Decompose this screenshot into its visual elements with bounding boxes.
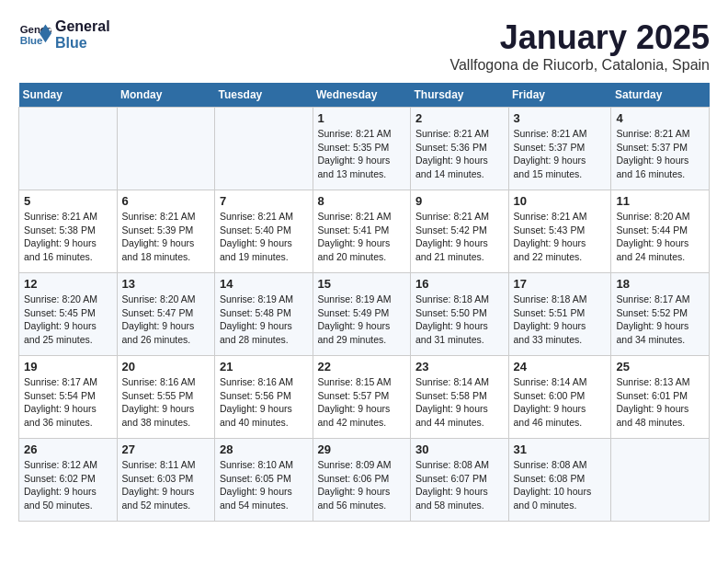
day-number: 29 <box>318 442 406 456</box>
calendar-cell <box>19 108 118 190</box>
day-number: 30 <box>415 442 504 456</box>
calendar-cell: 13Sunrise: 8:20 AM Sunset: 5:47 PM Dayli… <box>117 273 215 356</box>
day-number: 8 <box>318 194 406 208</box>
calendar-table: SundayMondayTuesdayWednesdayThursdayFrid… <box>18 83 710 522</box>
day-number: 3 <box>514 111 607 125</box>
calendar-cell: 8Sunrise: 8:21 AM Sunset: 5:41 PM Daylig… <box>313 190 411 273</box>
day-number: 25 <box>616 360 704 373</box>
weekday-header: Friday <box>508 83 611 108</box>
day-number: 5 <box>24 194 112 208</box>
day-info: Sunrise: 8:18 AM Sunset: 5:51 PM Dayligh… <box>514 293 607 347</box>
day-info: Sunrise: 8:08 AM Sunset: 6:08 PM Dayligh… <box>514 458 607 512</box>
day-number: 2 <box>415 111 504 125</box>
day-info: Sunrise: 8:21 AM Sunset: 5:39 PM Dayligh… <box>122 210 210 264</box>
day-number: 11 <box>616 194 704 208</box>
calendar-cell: 30Sunrise: 8:08 AM Sunset: 6:07 PM Dayli… <box>411 439 509 522</box>
day-info: Sunrise: 8:09 AM Sunset: 6:06 PM Dayligh… <box>318 458 406 512</box>
calendar-cell: 17Sunrise: 8:18 AM Sunset: 5:51 PM Dayli… <box>508 273 611 356</box>
logo-icon: General Blue <box>18 18 51 52</box>
weekday-header: Tuesday <box>215 83 313 108</box>
calendar-header: SundayMondayTuesdayWednesdayThursdayFrid… <box>19 83 710 108</box>
day-info: Sunrise: 8:14 AM Sunset: 6:00 PM Dayligh… <box>514 375 607 430</box>
day-number: 10 <box>514 194 607 208</box>
day-info: Sunrise: 8:15 AM Sunset: 5:57 PM Dayligh… <box>318 375 406 430</box>
calendar-cell: 15Sunrise: 8:19 AM Sunset: 5:49 PM Dayli… <box>313 273 411 356</box>
logo-line2: Blue <box>55 35 110 52</box>
calendar-cell: 1Sunrise: 8:21 AM Sunset: 5:35 PM Daylig… <box>313 108 411 190</box>
calendar-cell: 7Sunrise: 8:21 AM Sunset: 5:40 PM Daylig… <box>215 190 313 273</box>
day-info: Sunrise: 8:17 AM Sunset: 5:52 PM Dayligh… <box>616 293 704 347</box>
day-info: Sunrise: 8:21 AM Sunset: 5:43 PM Dayligh… <box>514 210 607 264</box>
day-number: 26 <box>24 442 112 456</box>
calendar-cell: 27Sunrise: 8:11 AM Sunset: 6:03 PM Dayli… <box>117 439 215 522</box>
calendar-cell: 28Sunrise: 8:10 AM Sunset: 6:05 PM Dayli… <box>215 439 313 522</box>
day-info: Sunrise: 8:21 AM Sunset: 5:40 PM Dayligh… <box>220 210 308 264</box>
day-info: Sunrise: 8:16 AM Sunset: 5:56 PM Dayligh… <box>220 375 308 430</box>
calendar-cell <box>117 108 215 190</box>
logo: General Blue General Blue <box>18 18 110 52</box>
weekday-header: Sunday <box>19 83 118 108</box>
calendar-week-row: 5Sunrise: 8:21 AM Sunset: 5:38 PM Daylig… <box>19 190 710 273</box>
calendar-week-row: 19Sunrise: 8:17 AM Sunset: 5:54 PM Dayli… <box>19 356 710 439</box>
day-number: 28 <box>220 442 308 456</box>
day-info: Sunrise: 8:21 AM Sunset: 5:42 PM Dayligh… <box>415 210 504 264</box>
calendar-week-row: 26Sunrise: 8:12 AM Sunset: 6:02 PM Dayli… <box>19 439 710 522</box>
day-info: Sunrise: 8:14 AM Sunset: 5:58 PM Dayligh… <box>415 375 504 430</box>
day-number: 12 <box>24 277 112 291</box>
day-number: 16 <box>415 277 504 291</box>
day-number: 22 <box>318 360 406 373</box>
day-info: Sunrise: 8:19 AM Sunset: 5:49 PM Dayligh… <box>318 293 406 347</box>
day-number: 1 <box>318 111 406 125</box>
calendar-week-row: 1Sunrise: 8:21 AM Sunset: 5:35 PM Daylig… <box>19 108 710 190</box>
calendar-cell <box>611 439 710 522</box>
day-number: 21 <box>220 360 308 373</box>
day-info: Sunrise: 8:21 AM Sunset: 5:35 PM Dayligh… <box>318 127 406 181</box>
day-info: Sunrise: 8:21 AM Sunset: 5:38 PM Dayligh… <box>24 210 112 264</box>
day-number: 7 <box>220 194 308 208</box>
calendar-cell: 23Sunrise: 8:14 AM Sunset: 5:58 PM Dayli… <box>411 356 509 439</box>
day-number: 14 <box>220 277 308 291</box>
weekday-header: Saturday <box>611 83 710 108</box>
day-info: Sunrise: 8:19 AM Sunset: 5:48 PM Dayligh… <box>220 293 308 347</box>
calendar-cell: 26Sunrise: 8:12 AM Sunset: 6:02 PM Dayli… <box>19 439 118 522</box>
calendar-cell: 9Sunrise: 8:21 AM Sunset: 5:42 PM Daylig… <box>411 190 509 273</box>
calendar-cell: 22Sunrise: 8:15 AM Sunset: 5:57 PM Dayli… <box>313 356 411 439</box>
day-number: 13 <box>122 277 210 291</box>
day-number: 19 <box>24 360 112 373</box>
day-number: 23 <box>415 360 504 373</box>
calendar-cell: 20Sunrise: 8:16 AM Sunset: 5:55 PM Dayli… <box>117 356 215 439</box>
day-info: Sunrise: 8:21 AM Sunset: 5:36 PM Dayligh… <box>415 127 504 181</box>
calendar-cell: 29Sunrise: 8:09 AM Sunset: 6:06 PM Dayli… <box>313 439 411 522</box>
calendar-cell: 18Sunrise: 8:17 AM Sunset: 5:52 PM Dayli… <box>611 273 710 356</box>
calendar-cell: 3Sunrise: 8:21 AM Sunset: 5:37 PM Daylig… <box>508 108 611 190</box>
day-info: Sunrise: 8:21 AM Sunset: 5:41 PM Dayligh… <box>318 210 406 264</box>
calendar-cell: 6Sunrise: 8:21 AM Sunset: 5:39 PM Daylig… <box>117 190 215 273</box>
day-number: 20 <box>122 360 210 373</box>
calendar-cell: 24Sunrise: 8:14 AM Sunset: 6:00 PM Dayli… <box>508 356 611 439</box>
day-number: 4 <box>616 111 704 125</box>
day-info: Sunrise: 8:21 AM Sunset: 5:37 PM Dayligh… <box>616 127 704 181</box>
calendar-title: January 2025 <box>449 18 710 57</box>
day-number: 18 <box>616 277 704 291</box>
calendar-week-row: 12Sunrise: 8:20 AM Sunset: 5:45 PM Dayli… <box>19 273 710 356</box>
calendar-cell <box>215 108 313 190</box>
day-number: 17 <box>514 277 607 291</box>
day-info: Sunrise: 8:20 AM Sunset: 5:47 PM Dayligh… <box>122 293 210 347</box>
calendar-cell: 31Sunrise: 8:08 AM Sunset: 6:08 PM Dayli… <box>508 439 611 522</box>
calendar-cell: 10Sunrise: 8:21 AM Sunset: 5:43 PM Dayli… <box>508 190 611 273</box>
calendar-cell: 16Sunrise: 8:18 AM Sunset: 5:50 PM Dayli… <box>411 273 509 356</box>
title-block: January 2025 Vallfogona de Riucorb, Cata… <box>449 18 710 74</box>
day-info: Sunrise: 8:13 AM Sunset: 6:01 PM Dayligh… <box>616 375 704 430</box>
weekday-header: Wednesday <box>313 83 411 108</box>
day-number: 15 <box>318 277 406 291</box>
day-number: 27 <box>122 442 210 456</box>
day-info: Sunrise: 8:20 AM Sunset: 5:45 PM Dayligh… <box>24 293 112 347</box>
day-info: Sunrise: 8:11 AM Sunset: 6:03 PM Dayligh… <box>122 458 210 512</box>
calendar-cell: 19Sunrise: 8:17 AM Sunset: 5:54 PM Dayli… <box>19 356 118 439</box>
calendar-body: 1Sunrise: 8:21 AM Sunset: 5:35 PM Daylig… <box>19 108 710 522</box>
day-info: Sunrise: 8:08 AM Sunset: 6:07 PM Dayligh… <box>415 458 504 512</box>
svg-text:Blue: Blue <box>20 35 43 46</box>
day-number: 31 <box>514 442 607 456</box>
day-info: Sunrise: 8:17 AM Sunset: 5:54 PM Dayligh… <box>24 375 112 430</box>
calendar-cell: 12Sunrise: 8:20 AM Sunset: 5:45 PM Dayli… <box>19 273 118 356</box>
